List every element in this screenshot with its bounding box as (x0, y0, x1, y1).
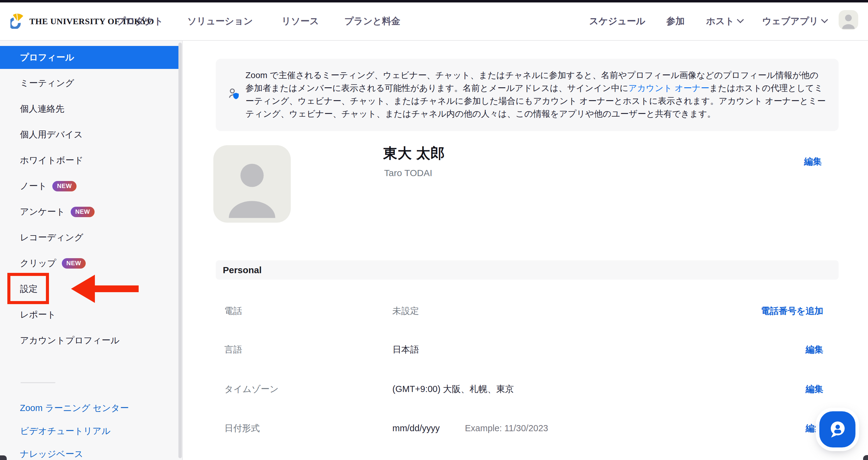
profile-name: 東大 太郎 (383, 144, 445, 163)
privacy-banner: Zoom で主催されるミーティング、ウェビナー、チャット、またはチャネルに参加す… (216, 59, 839, 131)
row-value: (GMT+9:00) 大阪、札幌、東京 (392, 378, 514, 400)
sidebar-item-label: クリップ (20, 257, 56, 269)
profile-avatar[interactable] (213, 145, 291, 223)
row-label: 日付形式 (224, 418, 260, 439)
browser-top-strip (0, 0, 868, 2)
nav-plans-pricing[interactable]: プランと料金 (344, 2, 400, 40)
university-of-tokyo-ginkgo-icon (10, 13, 25, 30)
nav-host[interactable]: ホスト (706, 2, 743, 40)
profile-edit-link[interactable]: 編集 (804, 155, 822, 168)
banner-line: ーティング、ウェビナー、チャット、またはチャネルに参加した場合にもアカウント オ… (245, 95, 826, 108)
row-value: mm/dd/yyyy (392, 418, 440, 439)
zoom-profile-page: The University of Tokyo プロダクト ソリューション リソ… (0, 0, 868, 460)
row-timezone: タイムゾーン (GMT+9:00) 大阪、札幌、東京 編集 (216, 378, 839, 400)
user-avatar-placeholder-icon (213, 145, 291, 223)
nav-web-app[interactable]: ウェブアプリ (762, 2, 827, 40)
nav-join[interactable]: 参加 (666, 2, 685, 40)
sidebar-item-reports[interactable]: レポート (0, 303, 179, 326)
nav-resources[interactable]: リソース (282, 2, 319, 40)
new-badge: NEW (52, 181, 76, 192)
sidebar-scrollbar[interactable] (179, 42, 182, 458)
annotation-red-box (7, 273, 49, 304)
sidebar-item-personal-contacts[interactable]: 個人連絡先 (0, 97, 179, 120)
header: The University of Tokyo プロダクト ソリューション リソ… (0, 2, 868, 41)
nav-host-label: ホスト (706, 15, 734, 28)
row-label: 言語 (224, 339, 242, 360)
account-owner-link[interactable]: アカウント オーナー (628, 83, 709, 93)
privacy-banner-text: Zoom で主催されるミーティング、ウェビナー、チャット、またはチャネルに参加す… (245, 69, 826, 120)
nav-products[interactable]: プロダクト (116, 2, 163, 40)
personal-section-title: Personal (223, 260, 262, 280)
add-phone-number-link[interactable]: 電話番号を追加 (761, 300, 823, 322)
banner-text-segment: またはホストの代理としてミ (709, 83, 823, 93)
sidebar-item-meetings[interactable]: ミーティング (0, 72, 179, 95)
chevron-down-icon (821, 16, 828, 23)
help-chat-bubble-icon (827, 419, 847, 439)
new-badge: NEW (71, 207, 95, 217)
banner-line: 参加者またはメンバーに表示される可能性があります。名前とメールアドレスは、サイン… (245, 82, 826, 95)
nav-solutions[interactable]: ソリューション (187, 2, 253, 40)
row-date-format: 日付形式 mm/dd/yyyy Example: 11/30/2023 編集 (216, 418, 839, 439)
sidebar-item-surveys[interactable]: アンケート NEW (0, 200, 179, 223)
link-zoom-learning-center[interactable]: Zoom ラーニング センター (0, 397, 179, 420)
sidebar-item-clips[interactable]: クリップ NEW (0, 252, 179, 275)
row-label: タイムゾーン (224, 378, 279, 400)
row-label: 電話 (224, 300, 242, 322)
banner-line: Zoom で主催されるミーティング、ウェビナー、チャット、またはチャネルに参加す… (245, 69, 826, 82)
sidebar-item-whiteboard[interactable]: ホワイトボード (0, 149, 179, 172)
nav-schedule[interactable]: スケジュール (589, 2, 646, 40)
sidebar: プロフィール ミーティング 個人連絡先 個人用デバイス ホワイトボード ノート … (0, 41, 183, 460)
sidebar-footer-links: Zoom ラーニング センター ビデオチュートリアル ナレッジベース (0, 397, 179, 460)
header-avatar[interactable] (839, 10, 858, 30)
banner-text-segment: 参加者またはメンバーに表示される可能性があります。名前とメールアドレスは、サイン… (245, 83, 628, 93)
personal-section-header: Personal (216, 260, 839, 280)
row-value: 日本語 (392, 339, 419, 360)
bottom-left-widget-corner (0, 455, 7, 460)
profile-name-romanized: Taro TODAI (384, 168, 432, 178)
date-format-example: Example: 11/30/2023 (465, 418, 548, 439)
link-video-tutorials[interactable]: ビデオチュートリアル (0, 420, 179, 442)
help-chat-button[interactable] (819, 411, 856, 448)
row-value: 未設定 (392, 300, 419, 322)
link-knowledge-base[interactable]: ナレッジベース (0, 442, 179, 460)
sidebar-divider (21, 382, 55, 383)
sidebar-item-label: アンケート (20, 206, 65, 218)
chevron-down-icon (737, 16, 744, 23)
edit-language-link[interactable]: 編集 (806, 339, 823, 360)
user-avatar-placeholder-icon (839, 10, 858, 30)
row-language: 言語 日本語 編集 (216, 339, 839, 360)
sidebar-item-account-profile[interactable]: アカウントプロフィール (0, 329, 179, 352)
sidebar-nav: プロフィール ミーティング 個人連絡先 個人用デバイス ホワイトボード ノート … (0, 46, 179, 355)
sidebar-item-personal-devices[interactable]: 個人用デバイス (0, 123, 179, 146)
sidebar-item-recordings[interactable]: レコーディング (0, 226, 179, 249)
new-badge: NEW (62, 258, 86, 268)
edit-timezone-link[interactable]: 編集 (806, 378, 823, 400)
bottom-right-widget-corner (863, 455, 868, 460)
sidebar-item-label: ノート (20, 180, 47, 192)
banner-line: ティング、ウェビナー、チャット、またはチャネル内の他の人々は、この情報をアプリや… (245, 108, 826, 120)
nav-web-app-label: ウェブアプリ (762, 15, 818, 28)
annotation-red-arrow-shaft (94, 285, 138, 292)
annotation-red-arrow (71, 275, 95, 303)
user-privacy-shield-icon (229, 88, 239, 101)
row-phone: 電話 未設定 電話番号を追加 (216, 300, 839, 322)
sidebar-item-profile[interactable]: プロフィール (0, 46, 179, 69)
sidebar-item-notes[interactable]: ノート NEW (0, 175, 179, 198)
